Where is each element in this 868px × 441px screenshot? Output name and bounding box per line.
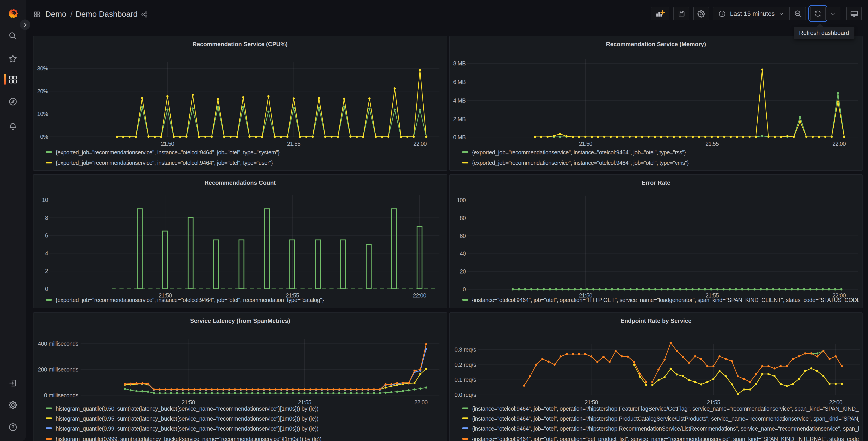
svg-text:22:00: 22:00 [833, 141, 846, 147]
svg-text:40: 40 [460, 251, 466, 257]
svg-text:0 MB: 0 MB [453, 134, 466, 140]
svg-text:0.0 req/s: 0.0 req/s [455, 392, 476, 398]
svg-text:8: 8 [45, 215, 48, 221]
svg-text:8 MB: 8 MB [453, 60, 466, 66]
svg-text:10%: 10% [37, 111, 48, 117]
svg-text:21:50: 21:50 [579, 141, 592, 147]
svg-text:21:55: 21:55 [706, 141, 719, 147]
svg-text:0 milliseconds: 0 milliseconds [44, 392, 78, 399]
svg-text:6 MB: 6 MB [453, 79, 466, 85]
svg-text:80: 80 [460, 215, 466, 221]
svg-text:60: 60 [460, 233, 466, 239]
svg-text:0.1 req/s: 0.1 req/s [455, 377, 476, 383]
svg-text:100: 100 [457, 197, 466, 203]
svg-text:0: 0 [45, 286, 48, 292]
svg-text:4: 4 [45, 250, 48, 257]
svg-text:20%: 20% [37, 88, 48, 94]
svg-text:21:55: 21:55 [287, 141, 301, 147]
svg-text:21:50: 21:50 [161, 141, 174, 147]
svg-text:400 milliseconds: 400 milliseconds [38, 341, 78, 347]
svg-text:2: 2 [45, 268, 48, 274]
svg-text:0.2 req/s: 0.2 req/s [455, 361, 476, 368]
svg-text:22:00: 22:00 [413, 141, 427, 147]
svg-text:20: 20 [460, 268, 466, 274]
svg-text:10: 10 [42, 197, 48, 203]
svg-text:0: 0 [463, 286, 466, 293]
svg-text:6: 6 [45, 232, 48, 239]
svg-text:2 MB: 2 MB [453, 116, 466, 122]
svg-text:0%: 0% [40, 134, 48, 140]
svg-text:0.3 req/s: 0.3 req/s [455, 346, 476, 353]
svg-text:30%: 30% [37, 65, 48, 71]
svg-text:200 milliseconds: 200 milliseconds [38, 366, 78, 373]
svg-text:4 MB: 4 MB [453, 97, 466, 104]
